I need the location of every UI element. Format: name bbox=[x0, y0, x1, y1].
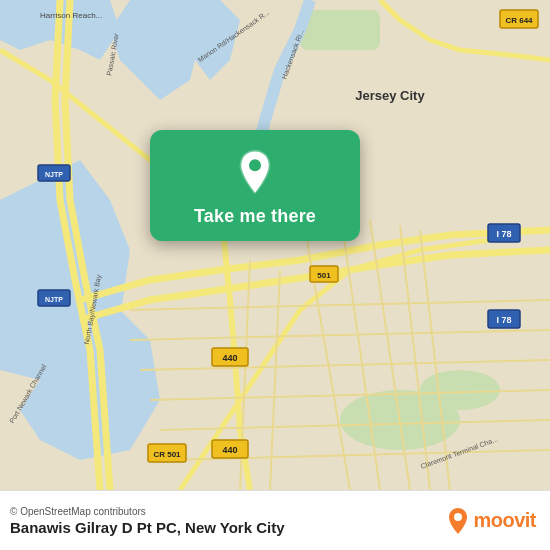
svg-text:NJTP: NJTP bbox=[45, 171, 63, 178]
place-name: Banawis Gilray D Pt PC, New York City bbox=[10, 519, 285, 536]
svg-text:440: 440 bbox=[222, 445, 237, 455]
svg-text:I 78: I 78 bbox=[496, 315, 511, 325]
svg-text:CR 644: CR 644 bbox=[505, 16, 533, 25]
moovit-text: moovit bbox=[473, 509, 536, 532]
location-pin-icon bbox=[231, 148, 279, 196]
moovit-pin-icon bbox=[447, 507, 469, 535]
svg-point-7 bbox=[420, 370, 500, 410]
osm-credit: © OpenStreetMap contributors bbox=[10, 506, 285, 517]
map-container: 440 440 I 78 I 78 CR 644 CR 501 501 NJTP… bbox=[0, 0, 550, 490]
svg-point-49 bbox=[454, 513, 462, 521]
svg-text:I 78: I 78 bbox=[496, 229, 511, 239]
svg-text:Harrison Reach...: Harrison Reach... bbox=[40, 11, 102, 20]
popup-card[interactable]: Take me there bbox=[150, 130, 360, 241]
svg-text:NJTP: NJTP bbox=[45, 296, 63, 303]
bottom-left: © OpenStreetMap contributors Banawis Gil… bbox=[10, 506, 285, 536]
svg-text:CR 501: CR 501 bbox=[153, 450, 181, 459]
svg-text:501: 501 bbox=[317, 271, 331, 280]
svg-rect-8 bbox=[300, 10, 380, 50]
svg-text:Jersey City: Jersey City bbox=[355, 88, 425, 103]
take-me-there-button[interactable]: Take me there bbox=[194, 206, 316, 227]
svg-text:440: 440 bbox=[222, 353, 237, 363]
map-svg: 440 440 I 78 I 78 CR 644 CR 501 501 NJTP… bbox=[0, 0, 550, 490]
svg-point-48 bbox=[249, 159, 261, 171]
bottom-bar: © OpenStreetMap contributors Banawis Gil… bbox=[0, 490, 550, 550]
moovit-logo: moovit bbox=[447, 507, 536, 535]
